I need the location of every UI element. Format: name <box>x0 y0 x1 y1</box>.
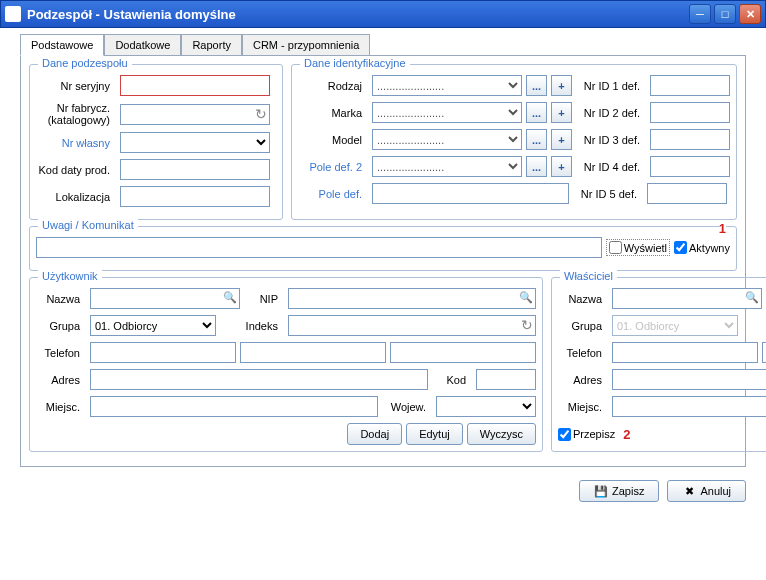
przepisz-checkbox[interactable]: Przepisz 2 <box>558 427 630 442</box>
legend-dane-ident: Dane identyfikacyjne <box>300 57 410 69</box>
label-model: Model <box>298 134 368 146</box>
window-title: Podzespół - Ustawienia domyślne <box>27 7 689 22</box>
anuluj-label: Anuluj <box>700 485 731 497</box>
rodzaj-select[interactable]: ...................... <box>372 75 522 96</box>
rodzaj-browse-button[interactable]: ... <box>526 75 547 96</box>
nrid5-input[interactable] <box>647 183 727 204</box>
label-grupa-w: Grupa <box>558 320 608 332</box>
tab-dodatkowe[interactable]: Dodatkowe <box>104 34 181 56</box>
refresh-icon[interactable]: ↻ <box>255 107 267 121</box>
rodzaj-add-button[interactable]: + <box>551 75 572 96</box>
grupa-u-select[interactable]: 01. Odbiorcy <box>90 315 216 336</box>
edytuj-u-button[interactable]: Edytuj <box>406 423 463 445</box>
przepisz-check-input[interactable] <box>558 428 571 441</box>
close-button[interactable]: ✕ <box>739 4 761 24</box>
uwagi-input[interactable] <box>36 237 602 258</box>
nip-u-input[interactable] <box>288 288 536 309</box>
poledef-input[interactable] <box>372 183 569 204</box>
nazwa-w-input[interactable] <box>612 288 762 309</box>
label-nrid2: Nr ID 2 def. <box>576 107 646 119</box>
telefon3-u-input[interactable] <box>390 342 536 363</box>
nr-wlasny-select[interactable] <box>120 132 270 153</box>
label-miejsc-u: Miejsc. <box>36 401 86 413</box>
nrid3-input[interactable] <box>650 129 730 150</box>
tab-content: Dane podzespołu Nr seryjny Nr fabrycz. (… <box>20 55 746 467</box>
wyswietl-check-input[interactable] <box>609 241 622 254</box>
label-pole-def2: Pole def. 2 <box>298 161 368 173</box>
nr-seryjny-input[interactable] <box>120 75 270 96</box>
marka-add-button[interactable]: + <box>551 102 572 123</box>
tab-podstawowe[interactable]: Podstawowe <box>20 34 104 56</box>
poledef2-select[interactable]: ...................... <box>372 156 522 177</box>
model-browse-button[interactable]: ... <box>526 129 547 150</box>
label-grupa-u: Grupa <box>36 320 86 332</box>
miejsc-w-input[interactable] <box>612 396 766 417</box>
label-indeks-w: Indeks <box>742 320 766 332</box>
poledef2-browse-button[interactable]: ... <box>526 156 547 177</box>
wyswietl-checkbox[interactable]: Wyświetl <box>606 239 670 256</box>
nazwa-u-input[interactable] <box>90 288 240 309</box>
label-pole-def: Pole def. <box>298 188 368 200</box>
aktywny-label: Aktywny <box>689 242 730 254</box>
marka-select[interactable]: ...................... <box>372 102 522 123</box>
tab-crm[interactable]: CRM - przypomnienia <box>242 34 370 56</box>
label-lokalizacja: Lokalizacja <box>36 191 116 203</box>
cancel-icon: ✖ <box>682 484 696 498</box>
label-marka: Marka <box>298 107 368 119</box>
aktywny-check-input[interactable] <box>674 241 687 254</box>
label-miejsc-w: Miejsc. <box>558 401 608 413</box>
anuluj-button[interactable]: ✖ Anuluj <box>667 480 746 502</box>
marker-1: 1 <box>719 221 726 236</box>
nr-fabrycz-input[interactable] <box>120 104 270 125</box>
nrid1-input[interactable] <box>650 75 730 96</box>
indeks-u-input[interactable] <box>288 315 536 336</box>
dodaj-u-button[interactable]: Dodaj <box>347 423 402 445</box>
app-icon <box>5 6 21 22</box>
lokalizacja-input[interactable] <box>120 186 270 207</box>
label-nrid3: Nr ID 3 def. <box>576 134 646 146</box>
legend-dane-podzespolu: Dane podzespołu <box>38 57 132 69</box>
search-icon[interactable]: 🔍 <box>519 291 533 304</box>
zapisz-button[interactable]: 💾 Zapisz <box>579 480 659 502</box>
save-icon: 💾 <box>594 484 608 498</box>
refresh-icon[interactable]: ↻ <box>521 318 533 332</box>
maximize-button[interactable]: □ <box>714 4 736 24</box>
adres-u-input[interactable] <box>90 369 428 390</box>
nrid4-input[interactable] <box>650 156 730 177</box>
label-nip-u: NIP <box>244 293 284 305</box>
label-nr-seryjny: Nr seryjny <box>36 80 116 92</box>
label-nr-fabrycz: Nr fabrycz. (katalogowy) <box>36 102 116 126</box>
nrid2-input[interactable] <box>650 102 730 123</box>
tab-raporty[interactable]: Raporty <box>181 34 242 56</box>
wojew-u-select[interactable] <box>436 396 536 417</box>
fieldset-wlasciciel: Właściciel Nazwa 🔍 NIP 🔍 Grupa 01. Odbio… <box>551 277 766 452</box>
label-rodzaj: Rodzaj <box>298 80 368 92</box>
label-nr-wlasny: Nr własny <box>36 137 116 149</box>
adres-w-input[interactable] <box>612 369 766 390</box>
przepisz-label: Przepisz <box>573 428 615 440</box>
fieldset-uwagi: Uwagi / Komunikat Wyświetl Aktywny 1 <box>29 226 737 271</box>
search-icon[interactable]: 🔍 <box>223 291 237 304</box>
label-kod-daty: Kod daty prod. <box>36 164 116 176</box>
label-adres-w: Adres <box>558 374 608 386</box>
wyczysc-u-button[interactable]: Wyczysc <box>467 423 536 445</box>
aktywny-checkbox[interactable]: Aktywny <box>674 241 730 254</box>
kod-u-input[interactable] <box>476 369 536 390</box>
label-nrid4: Nr ID 4 def. <box>576 161 646 173</box>
wyswietl-label: Wyświetl <box>624 242 667 254</box>
kod-daty-input[interactable] <box>120 159 270 180</box>
miejsc-u-input[interactable] <box>90 396 378 417</box>
telefon1-u-input[interactable] <box>90 342 236 363</box>
label-nazwa-w: Nazwa <box>558 293 608 305</box>
telefon2-w-input[interactable] <box>762 342 766 363</box>
label-nrid1: Nr ID 1 def. <box>576 80 646 92</box>
zapisz-label: Zapisz <box>612 485 644 497</box>
minimize-button[interactable]: ─ <box>689 4 711 24</box>
telefon2-u-input[interactable] <box>240 342 386 363</box>
telefon1-w-input[interactable] <box>612 342 758 363</box>
search-icon[interactable]: 🔍 <box>745 291 759 304</box>
poledef2-add-button[interactable]: + <box>551 156 572 177</box>
model-add-button[interactable]: + <box>551 129 572 150</box>
model-select[interactable]: ...................... <box>372 129 522 150</box>
marka-browse-button[interactable]: ... <box>526 102 547 123</box>
